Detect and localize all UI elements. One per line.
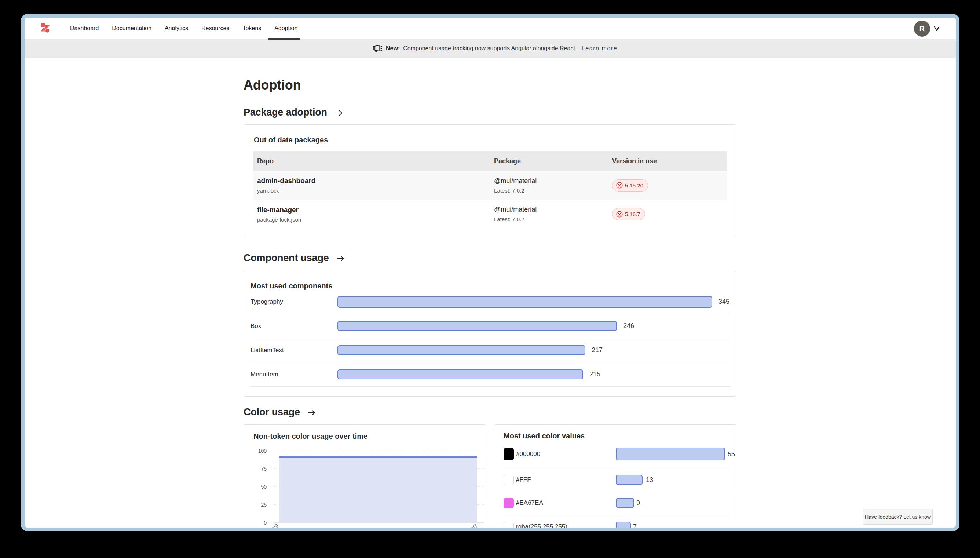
svg-text:50: 50 bbox=[261, 484, 267, 490]
svg-text:100: 100 bbox=[258, 448, 267, 454]
svg-text:25: 25 bbox=[261, 502, 267, 508]
svg-text:6/9: 6/9 bbox=[270, 523, 279, 531]
svg-text:9/7: 9/7 bbox=[469, 523, 479, 531]
svg-text:0: 0 bbox=[264, 520, 267, 526]
svg-text:75: 75 bbox=[261, 466, 267, 472]
